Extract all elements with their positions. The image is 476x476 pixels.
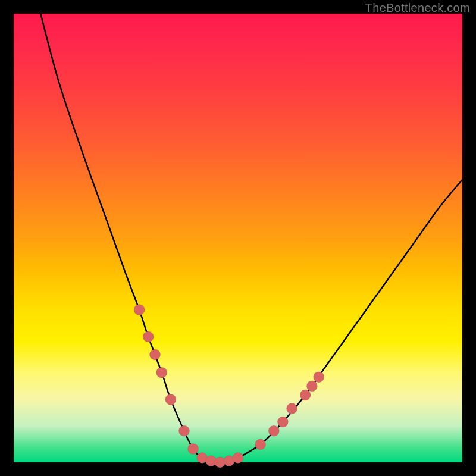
highlight-marker [165,394,176,405]
highlight-marker [255,439,266,450]
highlight-marker [300,390,311,400]
highlight-markers-group [134,305,324,468]
highlight-marker [179,425,190,436]
highlight-marker [268,425,279,436]
highlight-marker [277,416,288,427]
highlight-marker [233,453,243,464]
highlight-marker [306,381,317,392]
highlight-marker [150,349,161,360]
bottleneck-curve [40,14,462,463]
highlight-marker [143,331,154,342]
highlight-marker [156,367,167,378]
watermark-label: TheBottleneck.com [365,1,470,15]
highlight-marker [287,403,298,414]
highlight-marker [188,443,199,454]
highlight-marker [314,372,324,383]
chart-plot-area [14,14,462,462]
chart-svg [14,14,462,462]
highlight-marker [134,305,145,315]
